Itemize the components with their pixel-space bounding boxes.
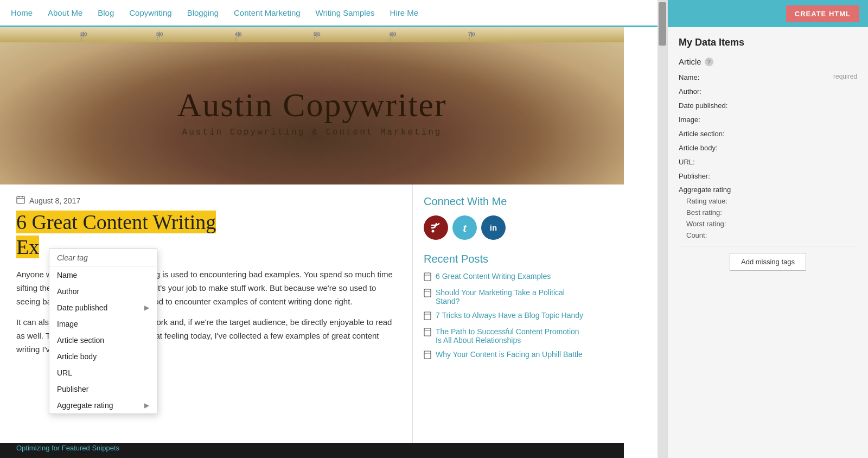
field-article-body: Article body: — [679, 143, 857, 152]
field-author: Author: — [679, 87, 857, 96]
sub-field-rating-value: Rating value: — [679, 197, 857, 205]
hero-title: Austin Copywriter — [177, 86, 446, 124]
nav-copywriting[interactable]: Copywriting — [129, 8, 171, 17]
aggregate-rating-section: Aggregate rating Rating value: Best rati… — [679, 186, 857, 239]
svg-rect-0 — [0, 27, 624, 42]
hero-banner: 2|0 3|0 4|0 5|0 6|0 7|0 Austin Copywrite… — [0, 27, 624, 185]
article-title-rest: Ex — [16, 236, 39, 258]
recent-post-3[interactable]: The Path to Successful Content Promotion… — [424, 327, 586, 345]
nav-blogging[interactable]: Blogging — [187, 8, 219, 17]
article-date: August 8, 2017 — [16, 195, 396, 206]
field-image: Image: — [679, 115, 857, 124]
sub-field-worst-rating: Worst rating: — [679, 220, 857, 228]
right-panel-header: CREATE HTML — [668, 0, 868, 27]
svg-rect-26 — [424, 351, 431, 359]
svg-text:6|0: 6|0 — [390, 31, 396, 37]
svg-text:4|0: 4|0 — [235, 31, 241, 37]
recent-posts-list: 6 Great Content Writing Examples Should … — [424, 272, 586, 361]
bottom-bar: Optimizing for Featured Snippets — [0, 443, 624, 458]
context-menu-author[interactable]: Author — [49, 283, 157, 300]
svg-text:7|0: 7|0 — [468, 31, 475, 37]
aggregate-rating-arrow: ▶ — [144, 402, 149, 409]
post-icon-4 — [424, 351, 431, 361]
field-date-published: Date published: — [679, 101, 857, 110]
panel-divider — [679, 246, 857, 246]
recent-post-0[interactable]: 6 Great Content Writing Examples — [424, 272, 586, 283]
field-publisher: Publisher: — [679, 171, 857, 180]
post-icon-2 — [424, 311, 431, 322]
svg-rect-18 — [424, 273, 431, 281]
post-icon-3 — [424, 328, 431, 338]
field-url: URL: — [679, 157, 857, 166]
article-area: August 8, 2017 6 Great Content Writing E… — [0, 185, 412, 443]
field-name: Name: required — [679, 73, 857, 81]
svg-rect-22 — [424, 312, 431, 320]
svg-text:3|0: 3|0 — [156, 31, 163, 37]
context-menu-date-published[interactable]: Date published ▶ — [49, 300, 157, 316]
panel-title: My Data Items — [679, 37, 857, 48]
recent-post-4[interactable]: Why Your Content is Facing an Uphill Bat… — [424, 350, 586, 361]
article-title-highlighted: 6 Great Content Writing — [16, 211, 216, 233]
context-menu-name[interactable]: Name — [49, 267, 157, 283]
context-menu-article-body[interactable]: Article body — [49, 348, 157, 365]
rss-icon[interactable] — [424, 215, 448, 240]
right-panel-body: My Data Items Article ? Name: required A… — [668, 27, 868, 458]
recent-post-2[interactable]: 7 Tricks to Always Have a Blog Topic Han… — [424, 311, 586, 322]
nav-content-marketing[interactable]: Content Marketing — [234, 8, 301, 17]
article-help-icon[interactable]: ? — [705, 58, 713, 66]
create-html-button[interactable]: CREATE HTML — [786, 5, 859, 22]
context-menu-article-section[interactable]: Article section — [49, 332, 157, 348]
sidebar: Connect With Me t in Recent Posts — [412, 185, 597, 443]
calendar-icon — [16, 195, 25, 206]
context-menu-aggregate-rating[interactable]: Aggregate rating ▶ — [49, 397, 157, 414]
scrollbar[interactable] — [658, 0, 667, 458]
nav-blog[interactable]: Blog — [98, 8, 114, 17]
date-published-arrow: ▶ — [144, 304, 149, 311]
add-missing-tags-button[interactable]: Add missing tags — [730, 253, 806, 271]
connect-title: Connect With Me — [424, 195, 586, 208]
main-navigation: Home About Me Blog Copywriting Blogging … — [0, 0, 658, 27]
svg-text:2|0: 2|0 — [80, 31, 87, 37]
sub-field-best-rating: Best rating: — [679, 208, 857, 217]
context-menu-publisher[interactable]: Publisher — [49, 381, 157, 397]
article-section-label: Article ? — [679, 57, 857, 66]
social-icons: t in — [424, 215, 586, 240]
context-menu: Clear tag Name Author Date published ▶ I… — [49, 249, 157, 414]
svg-text:5|0: 5|0 — [314, 31, 320, 37]
field-article-section: Article section: — [679, 129, 857, 138]
aggregate-rating-title: Aggregate rating — [679, 186, 857, 194]
post-icon-0 — [424, 272, 431, 283]
svg-rect-24 — [424, 328, 431, 336]
context-menu-header: Clear tag — [49, 249, 157, 267]
twitter-icon[interactable]: t — [452, 215, 477, 240]
recent-posts-title: Recent Posts — [424, 253, 586, 265]
context-menu-url[interactable]: URL — [49, 365, 157, 381]
post-icon-1 — [424, 289, 431, 299]
scrollbar-thumb[interactable] — [659, 2, 666, 46]
hero-subtitle: Austin Copywriting & Content Marketing — [177, 128, 446, 137]
linkedin-icon[interactable]: in — [481, 215, 506, 240]
nav-hire-me[interactable]: Hire Me — [390, 8, 419, 17]
nav-home[interactable]: Home — [11, 8, 33, 17]
svg-rect-13 — [17, 196, 24, 203]
nav-about[interactable]: About Me — [48, 8, 82, 17]
svg-rect-20 — [424, 289, 431, 297]
recent-post-1[interactable]: Should Your Marketing Take a Political S… — [424, 288, 586, 306]
sub-field-count: Count: — [679, 231, 857, 239]
nav-writing-samples[interactable]: Writing Samples — [316, 8, 375, 17]
bottom-bar-text: Optimizing for Featured Snippets — [0, 441, 136, 455]
name-required: required — [833, 73, 857, 80]
context-menu-image[interactable]: Image — [49, 316, 157, 332]
svg-point-17 — [431, 230, 434, 232]
right-panel: CREATE HTML My Data Items Article ? Name… — [667, 0, 868, 458]
